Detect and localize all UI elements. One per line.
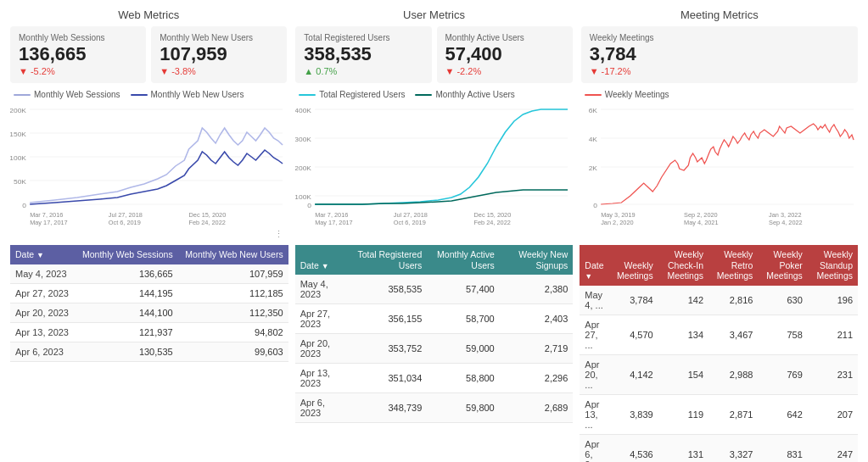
web-col-date[interactable]: Date ▼ [10, 245, 76, 264]
weekly-meetings-kpi: Weekly Meetings 3,784 -17.2% [581, 26, 858, 83]
svg-text:Dec 15, 2020: Dec 15, 2020 [189, 212, 227, 219]
web-legend-sessions-line [14, 94, 31, 96]
meeting-weekly-3: 4,142 [610, 354, 658, 394]
meeting-kpi-row: Weekly Meetings 3,784 -17.2% [581, 26, 858, 83]
meeting-col-retro[interactable]: Weekly Retro Meetings [708, 245, 758, 286]
meeting-weekly-1: 3,784 [610, 286, 658, 315]
web-legend-new-users-label: Monthly Web New Users [151, 90, 244, 99]
meeting-poker-3: 769 [758, 354, 807, 394]
web-col-new-users[interactable]: Monthly Web New Users [178, 245, 288, 264]
user-table: Date ▼ Total Registered Users Monthly Ac… [295, 245, 574, 423]
user-signups-1: 2,380 [500, 275, 574, 304]
meeting-col-poker[interactable]: Weekly Poker Meetings [758, 245, 807, 286]
meeting-date-3: Apr 20, ... [580, 354, 610, 394]
svg-text:100K: 100K [10, 154, 26, 162]
table-row: May 4, 2023 136,665 107,959 [10, 264, 288, 284]
web-legend-sessions: Monthly Web Sessions [14, 90, 120, 99]
svg-text:6K: 6K [588, 107, 597, 114]
svg-text:Jul 27, 2018: Jul 27, 2018 [109, 212, 143, 219]
monthly-active-change: -2.2% [445, 66, 564, 76]
meeting-retro-3: 2,988 [708, 354, 758, 394]
meeting-table-section: Date ▼ Weekly Meetings Weekly Check-In M… [580, 245, 858, 462]
user-signups-4: 2,296 [500, 364, 574, 393]
user-registered-1: 358,535 [345, 275, 427, 304]
meeting-col-date[interactable]: Date ▼ [580, 245, 610, 286]
svg-text:Feb 24, 2022: Feb 24, 2022 [474, 220, 511, 226]
meeting-checkin-5: 131 [658, 434, 708, 462]
web-legend-new-users-line [131, 94, 148, 96]
user-col-registered[interactable]: Total Registered Users [345, 245, 427, 275]
web-new-users-4: 94,802 [178, 322, 288, 342]
user-col-active[interactable]: Monthly Active Users [427, 245, 500, 275]
meeting-standup-1: 196 [808, 286, 858, 315]
user-date-4: Apr 13, 2023 [295, 364, 346, 393]
user-registered-2: 356,155 [345, 304, 427, 334]
meeting-retro-1: 2,816 [708, 286, 758, 315]
meeting-poker-1: 630 [758, 286, 807, 315]
user-signups-2: 2,403 [500, 304, 574, 334]
web-new-users-kpi: Monthly Web New Users 107,959 -3.8% [151, 26, 287, 83]
web-sessions-1: 136,665 [76, 264, 178, 284]
meeting-legend-weekly: Weekly Meetings [585, 90, 669, 99]
web-new-users-2: 112,185 [178, 283, 288, 303]
table-row: Apr 27, 2023 144,195 112,185 [10, 283, 288, 303]
dashboard: Web Metrics Monthly Web Sessions 136,665… [0, 0, 868, 462]
svg-text:Dec 15, 2020: Dec 15, 2020 [474, 212, 512, 219]
meeting-standup-4: 207 [808, 394, 858, 434]
meeting-col-checkin[interactable]: Weekly Check-In Meetings [658, 245, 708, 286]
meeting-poker-2: 758 [758, 314, 807, 354]
web-sessions-value: 136,665 [19, 44, 137, 64]
user-date-1: May 4, 2023 [295, 275, 346, 304]
user-col-signups[interactable]: Weekly New Signups [500, 245, 574, 275]
user-chart: 400K 300K 200K 100K 0 Mar 7, 2016 May 17… [295, 103, 572, 238]
svg-text:Oct 6, 2019: Oct 6, 2019 [109, 220, 141, 226]
web-date-2: Apr 27, 2023 [10, 283, 76, 303]
meeting-date-1: May 4, ... [580, 286, 610, 315]
meeting-date-4: Apr 13, ... [580, 394, 610, 434]
svg-text:0: 0 [308, 202, 312, 209]
svg-text:Feb 24, 2022: Feb 24, 2022 [189, 220, 226, 226]
user-col-date[interactable]: Date ▼ [295, 245, 346, 275]
svg-text:May 17, 2017: May 17, 2017 [30, 220, 68, 226]
meeting-standup-5: 247 [808, 434, 858, 462]
meeting-checkin-3: 154 [658, 354, 708, 394]
meeting-col-standup[interactable]: Weekly Standup Meetings [808, 245, 858, 286]
table-row: Apr 13, ... 3,839 119 2,871 642 207 [580, 394, 858, 434]
user-signups-5: 2,689 [500, 393, 574, 423]
table-row: Apr 13, 2023 121,937 94,802 [10, 322, 288, 342]
user-legend-active-line [415, 94, 432, 96]
svg-text:100K: 100K [295, 193, 311, 201]
table-row: Apr 20, 2023 353,752 59,000 2,719 [295, 334, 574, 364]
table-row: Apr 13, 2023 351,034 58,800 2,296 [295, 364, 574, 393]
web-sessions-kpi: Monthly Web Sessions 136,665 -5.2% [10, 26, 146, 83]
web-col-sessions[interactable]: Monthly Web Sessions [76, 245, 178, 264]
meeting-checkin-1: 142 [658, 286, 708, 315]
svg-text:May 17, 2017: May 17, 2017 [315, 220, 353, 226]
meeting-date-5: Apr 6, 2... [580, 434, 610, 462]
meeting-metrics-section: Meeting Metrics Weekly Meetings 3,784 -1… [581, 8, 858, 238]
meeting-date-2: Apr 27, ... [580, 314, 610, 354]
user-legend-registered: Total Registered Users [299, 90, 405, 99]
web-new-users-3: 112,350 [178, 303, 288, 322]
user-kpi-row: Total Registered Users 358,535 0.7% Mont… [295, 26, 572, 83]
tables-row: Date ▼ Monthly Web Sessions Monthly Web … [10, 245, 858, 462]
svg-text:0: 0 [593, 202, 597, 209]
meeting-col-weekly[interactable]: Weekly Meetings [610, 245, 658, 286]
svg-text:200K: 200K [10, 107, 26, 114]
user-active-1: 57,400 [427, 275, 500, 304]
meeting-weekly-4: 3,839 [610, 394, 658, 434]
svg-text:300K: 300K [295, 136, 311, 143]
web-legend-sessions-label: Monthly Web Sessions [34, 90, 120, 99]
web-sessions-label: Monthly Web Sessions [19, 33, 137, 42]
web-legend-new-users: Monthly Web New Users [131, 90, 244, 99]
svg-text:Mar 7, 2016: Mar 7, 2016 [315, 212, 348, 219]
meeting-standup-2: 211 [808, 314, 858, 354]
meeting-standup-3: 231 [808, 354, 858, 394]
table-row: Apr 6, 2... 4,536 131 3,327 831 247 [580, 434, 858, 462]
svg-text:May 4, 2021: May 4, 2021 [684, 220, 718, 226]
svg-text:50K: 50K [14, 178, 27, 186]
user-active-3: 59,000 [427, 334, 500, 364]
svg-text:Jul 27, 2018: Jul 27, 2018 [394, 212, 428, 219]
table-row: May 4, ... 3,784 142 2,816 630 196 [580, 286, 858, 315]
meeting-weekly-5: 4,536 [610, 434, 658, 462]
